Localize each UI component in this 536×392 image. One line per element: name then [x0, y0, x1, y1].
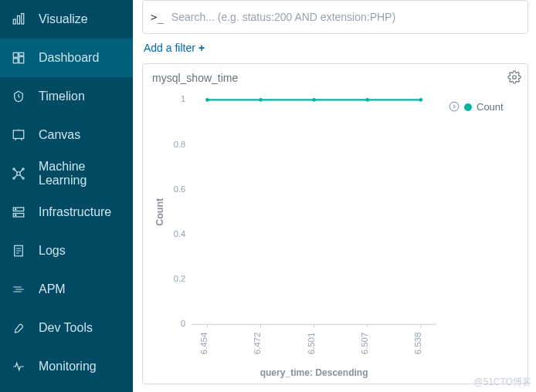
- svg-point-16: [15, 215, 17, 216]
- sidebar-item-label: APM: [39, 282, 66, 296]
- sidebar-item-dashboard-icon: [9, 51, 28, 65]
- sidebar-item-logs[interactable]: Logs: [0, 231, 133, 270]
- sidebar-item-label: Visualize: [39, 12, 88, 26]
- svg-rect-0: [13, 19, 15, 24]
- svg-rect-7: [13, 130, 24, 139]
- plus-icon: +: [198, 42, 205, 54]
- svg-text:Count: Count: [154, 198, 165, 226]
- svg-point-45: [449, 102, 459, 111]
- svg-point-42: [366, 98, 369, 102]
- svg-text:6.538: 6.538: [413, 333, 422, 355]
- chart-legend: Count: [444, 92, 521, 380]
- add-filter-button[interactable]: Add a filter +: [144, 42, 205, 54]
- svg-point-15: [15, 209, 17, 211]
- legend-label: Count: [477, 101, 504, 113]
- sidebar-item-dashboard[interactable]: Dashboard: [0, 39, 133, 77]
- sidebar-item-apm-icon: [9, 282, 28, 296]
- svg-text:0.2: 0.2: [174, 274, 185, 283]
- svg-text:0.4: 0.4: [174, 229, 185, 238]
- svg-point-20: [513, 76, 517, 79]
- search-bar[interactable]: >_ Search... (e.g. status:200 AND extens…: [142, 0, 528, 34]
- svg-text:6.472: 6.472: [253, 333, 263, 355]
- sidebar-item-monitoring-icon: [9, 360, 28, 373]
- svg-point-43: [419, 98, 422, 102]
- sidebar-item-visualize-icon: [9, 12, 28, 26]
- add-filter-label: Add a filter: [144, 42, 195, 54]
- svg-text:6.507: 6.507: [360, 333, 369, 355]
- svg-text:0.6: 0.6: [174, 184, 185, 194]
- sidebar-item-label: Timelion: [39, 90, 85, 103]
- svg-point-40: [259, 98, 262, 102]
- sidebar-item-label: Machine Learning: [39, 160, 124, 188]
- sidebar-item-timelion-icon: [9, 90, 28, 103]
- sidebar-item-management[interactable]: Management: [0, 386, 133, 392]
- svg-rect-6: [13, 59, 18, 63]
- sidebar-item-label: Dev Tools: [39, 321, 93, 335]
- panel-title: mysql_show_time: [152, 72, 238, 84]
- chart-area: 00.20.40.60.81Count6.4546.4726.5016.5076…: [149, 92, 444, 380]
- chevron-right-icon[interactable]: [449, 101, 460, 114]
- sidebar-item-label: Logs: [39, 244, 66, 258]
- sidebar-item-canvas[interactable]: Canvas: [0, 116, 133, 154]
- svg-rect-2: [22, 14, 24, 25]
- svg-text:0.8: 0.8: [174, 140, 185, 149]
- sidebar-item-label: Monitoring: [39, 360, 97, 373]
- panel-header: mysql_show_time: [143, 64, 528, 92]
- filter-bar: Add a filter +: [142, 34, 528, 63]
- sidebar-item-apm[interactable]: APM: [0, 270, 133, 309]
- sidebar-item-infrastructure[interactable]: Infrastructure: [0, 193, 133, 231]
- legend-color-dot: [464, 103, 472, 111]
- sidebar-item-infrastructure-icon: [9, 205, 28, 219]
- sidebar: VisualizeDashboardTimelionCanvasMachine …: [0, 0, 133, 392]
- gear-icon[interactable]: [507, 70, 521, 86]
- svg-rect-1: [18, 16, 20, 25]
- svg-rect-3: [13, 52, 18, 57]
- sidebar-item-monitoring[interactable]: Monitoring: [0, 347, 133, 386]
- visualization-panel: mysql_show_time 00.20.40.60.81Count6.454…: [142, 63, 528, 384]
- svg-text:6.454: 6.454: [200, 333, 209, 355]
- sidebar-item-timelion[interactable]: Timelion: [0, 77, 133, 116]
- search-prompt-icon: >_: [151, 11, 164, 23]
- sidebar-item-label: Canvas: [39, 128, 80, 142]
- sidebar-item-visualize[interactable]: Visualize: [0, 0, 133, 39]
- sidebar-item-dev-tools[interactable]: Dev Tools: [0, 309, 133, 347]
- sidebar-item-label: Infrastructure: [39, 205, 111, 219]
- svg-rect-4: [19, 52, 24, 56]
- sidebar-item-logs-icon: [9, 244, 28, 258]
- main-content: >_ Search... (e.g. status:200 AND extens…: [133, 0, 536, 392]
- sidebar-item-label: Dashboard: [39, 51, 99, 65]
- svg-point-39: [205, 98, 209, 102]
- svg-text:query_time: Descending: query_time: Descending: [260, 367, 368, 378]
- svg-text:1: 1: [181, 94, 185, 103]
- svg-text:6.501: 6.501: [307, 333, 316, 355]
- sidebar-item-machine-learning[interactable]: Machine Learning: [0, 154, 133, 193]
- sidebar-item-dev-tools-icon: [9, 321, 28, 335]
- svg-point-41: [312, 98, 315, 102]
- svg-rect-5: [19, 57, 24, 63]
- sidebar-item-machine-learning-icon: [9, 167, 28, 181]
- search-placeholder: Search... (e.g. status:200 AND extension…: [171, 11, 395, 23]
- sidebar-item-canvas-icon: [9, 128, 28, 142]
- svg-text:0: 0: [181, 319, 185, 328]
